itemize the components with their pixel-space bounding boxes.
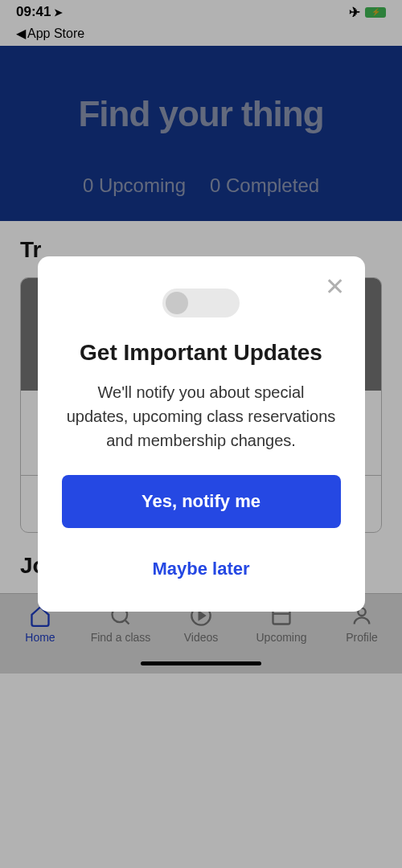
notify-me-button[interactable]: Yes, notify me	[62, 475, 341, 528]
close-icon: ✕	[325, 273, 345, 300]
close-button[interactable]: ✕	[325, 272, 345, 301]
notifications-modal: ✕ Get Important Updates We'll notify you…	[38, 256, 365, 612]
modal-overlay[interactable]: ✕ Get Important Updates We'll notify you…	[0, 0, 402, 868]
modal-title: Get Important Updates	[62, 340, 341, 366]
secondary-button-label: Maybe later	[152, 559, 249, 579]
toggle-knob	[166, 292, 188, 314]
toggle-switch[interactable]	[162, 289, 240, 317]
modal-body: We'll notify you about special updates, …	[62, 380, 341, 452]
maybe-later-button[interactable]: Maybe later	[62, 551, 341, 588]
primary-button-label: Yes, notify me	[142, 491, 260, 511]
